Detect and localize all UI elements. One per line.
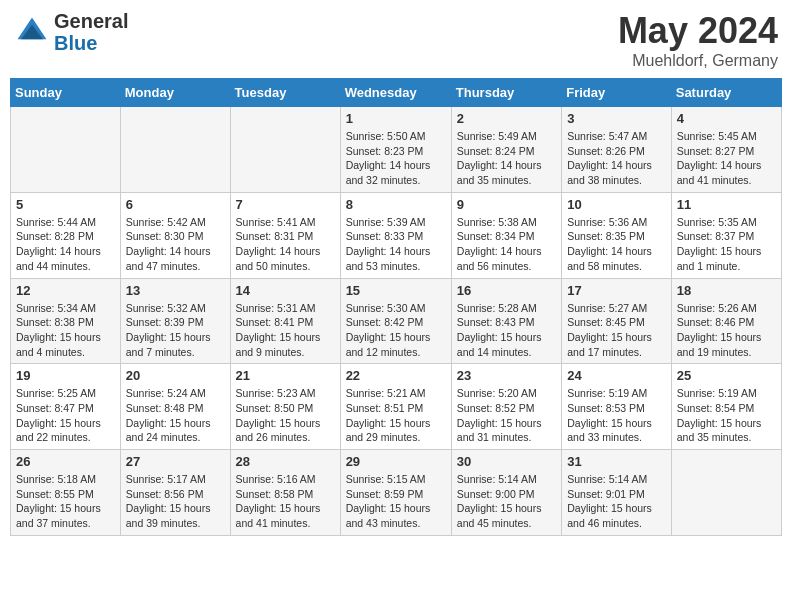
day-info: Sunrise: 5:18 AM Sunset: 8:55 PM Dayligh… [16,472,115,531]
day-info: Sunrise: 5:26 AM Sunset: 8:46 PM Dayligh… [677,301,776,360]
weekday-header-thursday: Thursday [451,79,561,107]
logo: General Blue [14,10,128,54]
weekday-header-tuesday: Tuesday [230,79,340,107]
day-number: 24 [567,368,666,383]
calendar-cell: 5Sunrise: 5:44 AM Sunset: 8:28 PM Daylig… [11,192,121,278]
day-number: 7 [236,197,335,212]
calendar-cell: 11Sunrise: 5:35 AM Sunset: 8:37 PM Dayli… [671,192,781,278]
calendar-cell: 19Sunrise: 5:25 AM Sunset: 8:47 PM Dayli… [11,364,121,450]
calendar-cell: 29Sunrise: 5:15 AM Sunset: 8:59 PM Dayli… [340,450,451,536]
day-number: 10 [567,197,666,212]
day-number: 25 [677,368,776,383]
calendar-cell: 27Sunrise: 5:17 AM Sunset: 8:56 PM Dayli… [120,450,230,536]
day-number: 5 [16,197,115,212]
day-info: Sunrise: 5:14 AM Sunset: 9:01 PM Dayligh… [567,472,666,531]
calendar-cell: 8Sunrise: 5:39 AM Sunset: 8:33 PM Daylig… [340,192,451,278]
day-info: Sunrise: 5:31 AM Sunset: 8:41 PM Dayligh… [236,301,335,360]
day-number: 17 [567,283,666,298]
day-number: 31 [567,454,666,469]
day-number: 11 [677,197,776,212]
day-info: Sunrise: 5:27 AM Sunset: 8:45 PM Dayligh… [567,301,666,360]
weekday-header-friday: Friday [562,79,672,107]
day-number: 3 [567,111,666,126]
logo-text: General Blue [54,10,128,54]
day-info: Sunrise: 5:41 AM Sunset: 8:31 PM Dayligh… [236,215,335,274]
calendar-cell: 23Sunrise: 5:20 AM Sunset: 8:52 PM Dayli… [451,364,561,450]
day-info: Sunrise: 5:34 AM Sunset: 8:38 PM Dayligh… [16,301,115,360]
calendar-cell: 26Sunrise: 5:18 AM Sunset: 8:55 PM Dayli… [11,450,121,536]
logo-blue: Blue [54,32,128,54]
calendar-cell: 31Sunrise: 5:14 AM Sunset: 9:01 PM Dayli… [562,450,672,536]
calendar-week-row: 26Sunrise: 5:18 AM Sunset: 8:55 PM Dayli… [11,450,782,536]
calendar-cell: 13Sunrise: 5:32 AM Sunset: 8:39 PM Dayli… [120,278,230,364]
calendar-location: Muehldorf, Germany [618,52,778,70]
day-info: Sunrise: 5:32 AM Sunset: 8:39 PM Dayligh… [126,301,225,360]
calendar-title: May 2024 [618,10,778,52]
calendar-cell [230,107,340,193]
day-info: Sunrise: 5:19 AM Sunset: 8:54 PM Dayligh… [677,386,776,445]
day-number: 23 [457,368,556,383]
day-number: 2 [457,111,556,126]
day-info: Sunrise: 5:49 AM Sunset: 8:24 PM Dayligh… [457,129,556,188]
day-info: Sunrise: 5:20 AM Sunset: 8:52 PM Dayligh… [457,386,556,445]
day-info: Sunrise: 5:21 AM Sunset: 8:51 PM Dayligh… [346,386,446,445]
calendar-cell: 30Sunrise: 5:14 AM Sunset: 9:00 PM Dayli… [451,450,561,536]
calendar-cell: 24Sunrise: 5:19 AM Sunset: 8:53 PM Dayli… [562,364,672,450]
day-number: 19 [16,368,115,383]
day-number: 21 [236,368,335,383]
calendar-cell: 17Sunrise: 5:27 AM Sunset: 8:45 PM Dayli… [562,278,672,364]
calendar-cell: 9Sunrise: 5:38 AM Sunset: 8:34 PM Daylig… [451,192,561,278]
day-number: 18 [677,283,776,298]
calendar-cell: 10Sunrise: 5:36 AM Sunset: 8:35 PM Dayli… [562,192,672,278]
day-info: Sunrise: 5:36 AM Sunset: 8:35 PM Dayligh… [567,215,666,274]
calendar-cell: 2Sunrise: 5:49 AM Sunset: 8:24 PM Daylig… [451,107,561,193]
calendar-cell: 3Sunrise: 5:47 AM Sunset: 8:26 PM Daylig… [562,107,672,193]
day-info: Sunrise: 5:15 AM Sunset: 8:59 PM Dayligh… [346,472,446,531]
day-number: 26 [16,454,115,469]
day-number: 28 [236,454,335,469]
calendar-cell: 12Sunrise: 5:34 AM Sunset: 8:38 PM Dayli… [11,278,121,364]
calendar-cell [120,107,230,193]
logo-general: General [54,10,128,32]
day-info: Sunrise: 5:44 AM Sunset: 8:28 PM Dayligh… [16,215,115,274]
day-info: Sunrise: 5:28 AM Sunset: 8:43 PM Dayligh… [457,301,556,360]
calendar-cell: 18Sunrise: 5:26 AM Sunset: 8:46 PM Dayli… [671,278,781,364]
calendar-week-row: 5Sunrise: 5:44 AM Sunset: 8:28 PM Daylig… [11,192,782,278]
calendar-week-row: 1Sunrise: 5:50 AM Sunset: 8:23 PM Daylig… [11,107,782,193]
weekday-header-saturday: Saturday [671,79,781,107]
page-header: General Blue May 2024 Muehldorf, Germany [10,10,782,70]
day-info: Sunrise: 5:35 AM Sunset: 8:37 PM Dayligh… [677,215,776,274]
calendar-table: SundayMondayTuesdayWednesdayThursdayFrid… [10,78,782,536]
day-number: 22 [346,368,446,383]
day-number: 14 [236,283,335,298]
day-number: 15 [346,283,446,298]
calendar-cell: 28Sunrise: 5:16 AM Sunset: 8:58 PM Dayli… [230,450,340,536]
day-info: Sunrise: 5:42 AM Sunset: 8:30 PM Dayligh… [126,215,225,274]
calendar-week-row: 19Sunrise: 5:25 AM Sunset: 8:47 PM Dayli… [11,364,782,450]
day-info: Sunrise: 5:50 AM Sunset: 8:23 PM Dayligh… [346,129,446,188]
day-info: Sunrise: 5:19 AM Sunset: 8:53 PM Dayligh… [567,386,666,445]
day-number: 9 [457,197,556,212]
calendar-cell: 22Sunrise: 5:21 AM Sunset: 8:51 PM Dayli… [340,364,451,450]
day-number: 4 [677,111,776,126]
weekday-header-wednesday: Wednesday [340,79,451,107]
day-number: 20 [126,368,225,383]
day-info: Sunrise: 5:14 AM Sunset: 9:00 PM Dayligh… [457,472,556,531]
day-number: 16 [457,283,556,298]
calendar-cell: 20Sunrise: 5:24 AM Sunset: 8:48 PM Dayli… [120,364,230,450]
day-info: Sunrise: 5:24 AM Sunset: 8:48 PM Dayligh… [126,386,225,445]
calendar-cell: 16Sunrise: 5:28 AM Sunset: 8:43 PM Dayli… [451,278,561,364]
calendar-cell: 25Sunrise: 5:19 AM Sunset: 8:54 PM Dayli… [671,364,781,450]
day-info: Sunrise: 5:30 AM Sunset: 8:42 PM Dayligh… [346,301,446,360]
logo-icon [14,14,50,50]
calendar-cell: 4Sunrise: 5:45 AM Sunset: 8:27 PM Daylig… [671,107,781,193]
day-info: Sunrise: 5:17 AM Sunset: 8:56 PM Dayligh… [126,472,225,531]
day-info: Sunrise: 5:25 AM Sunset: 8:47 PM Dayligh… [16,386,115,445]
calendar-cell: 15Sunrise: 5:30 AM Sunset: 8:42 PM Dayli… [340,278,451,364]
day-number: 1 [346,111,446,126]
weekday-header-sunday: Sunday [11,79,121,107]
calendar-cell [671,450,781,536]
calendar-cell [11,107,121,193]
day-info: Sunrise: 5:16 AM Sunset: 8:58 PM Dayligh… [236,472,335,531]
calendar-cell: 6Sunrise: 5:42 AM Sunset: 8:30 PM Daylig… [120,192,230,278]
